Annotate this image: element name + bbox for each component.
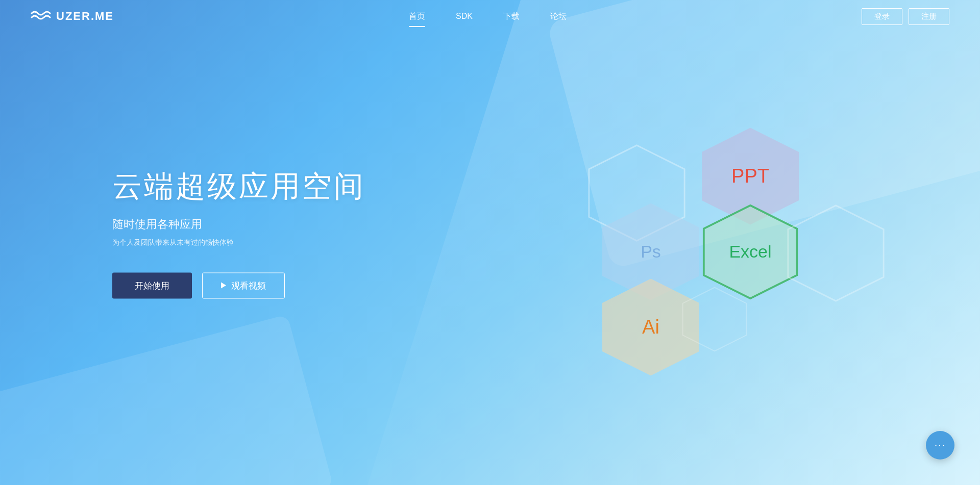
nav-download[interactable]: 下载 (503, 9, 520, 24)
logo-text: UZER.ME (56, 10, 114, 23)
hero-description: 为个人及团队带来从未有过的畅快体验 (112, 238, 365, 247)
hero-buttons: 开始使用 观看视频 (112, 272, 365, 298)
nav-home[interactable]: 首页 (409, 9, 425, 24)
hero-section: UZER.ME 首页 SDK 下载 论坛 登录 注册 云端超级应用空间 随时使用… (0, 0, 980, 485)
hex-container: PPT Ps Excel Ai (602, 128, 898, 383)
chat-bubble[interactable]: ··· (926, 431, 954, 460)
chat-dots-icon: ··· (935, 439, 946, 451)
start-button[interactable]: 开始使用 (112, 272, 192, 298)
hex-outline-2 (786, 203, 886, 303)
play-icon (221, 283, 226, 289)
nav-forum[interactable]: 论坛 (550, 9, 567, 24)
navbar: UZER.ME 首页 SDK 下载 论坛 登录 注册 (0, 0, 980, 33)
hex-ps-label: Ps (641, 242, 661, 262)
navbar-actions: 登录 注册 (862, 8, 949, 25)
nav-menu: 首页 SDK 下载 论坛 (409, 9, 567, 24)
nav-sdk[interactable]: SDK (456, 10, 473, 23)
svg-marker-3 (683, 287, 747, 351)
hero-subtitle: 随时使用各种应用 (112, 216, 365, 232)
register-button[interactable]: 注册 (909, 8, 949, 25)
hex-ppt-label: PPT (731, 165, 769, 187)
svg-marker-2 (788, 205, 884, 300)
hex-outline-3 (681, 286, 748, 352)
video-button-label: 观看视频 (231, 279, 266, 291)
video-button[interactable]: 观看视频 (202, 272, 285, 298)
logo[interactable]: UZER.ME (31, 9, 114, 23)
hex-ai-label: Ai (642, 316, 659, 338)
login-button[interactable]: 登录 (862, 8, 902, 25)
hero-title: 云端超级应用空间 (112, 166, 365, 206)
hero-content: 云端超级应用空间 随时使用各种应用 为个人及团队带来从未有过的畅快体验 开始使用… (112, 166, 365, 298)
